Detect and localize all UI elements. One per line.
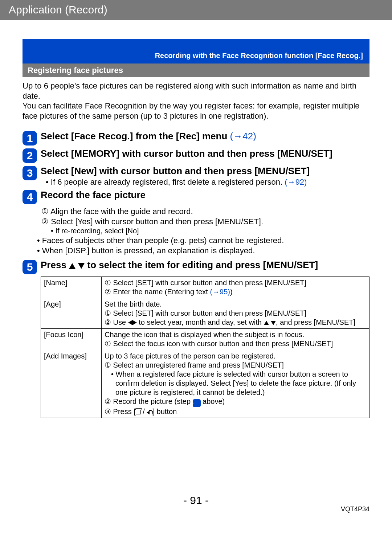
circled-3-icon: ③	[105, 407, 111, 415]
cell-key-focus: [Focus Icon]	[41, 329, 102, 350]
bullet-icon	[37, 236, 42, 245]
focus-l0: Change the icon that is displayed when t…	[105, 330, 366, 339]
step-4-bullet2: When [DISP.] button is pressed, an expla…	[23, 246, 369, 256]
arrow-left-icon	[128, 320, 132, 325]
focus-l1: Select the focus icon with cursor button…	[113, 340, 333, 348]
step-3: 3 Select [New] with cursor button and th…	[23, 165, 369, 187]
document-code: VQT4P34	[341, 505, 369, 513]
step-badge-4: 4	[23, 190, 37, 204]
step-badge-1: 1	[23, 131, 37, 146]
step-4-sub1-text: Align the face with the guide and record…	[50, 207, 193, 216]
circled-2-icon: ②	[105, 318, 111, 326]
addimg-l1: Select an unregistered frame and press […	[113, 361, 284, 369]
addimg-l0: Up to 3 face pictures of the person can …	[105, 352, 366, 361]
addimg-l2a: Record the picture (step	[113, 397, 193, 405]
age-l2c: , and press [MENU/SET]	[276, 318, 355, 326]
step-5-title-b: to select the item for editing and press…	[85, 259, 318, 270]
circled-1-icon: ①	[105, 279, 111, 287]
addimg-l3c: ] button	[152, 407, 177, 415]
step-1-title-text: Select [Face Recog.] from the [Rec] menu	[41, 131, 230, 142]
step-3-note: If 6 people are already registered, firs…	[41, 177, 369, 187]
cell-key-name: [Name]	[41, 277, 102, 298]
step-3-note-text: If 6 people are already registered, firs…	[51, 177, 285, 187]
step-1: 1 Select [Face Recog.] from the [Rec] me…	[23, 130, 369, 146]
topic-banner: Recording with the Face Recognition func…	[23, 39, 369, 64]
xref-92[interactable]: (→92)	[285, 177, 307, 187]
step-4-bullet1: Faces of subjects other than people (e.g…	[23, 236, 369, 246]
bullet-icon	[111, 370, 116, 378]
table-row-name: [Name] ① Select [SET] with cursor button…	[41, 277, 369, 298]
age-l0: Set the birth date.	[105, 300, 366, 309]
edit-items-table: [Name] ① Select [SET] with cursor button…	[41, 277, 369, 418]
step-4-bullet1-text: Faces of subjects other than people (e.g…	[42, 236, 284, 245]
arrow-down-icon	[78, 263, 85, 269]
step-5-title: Press to select the item for editing and…	[41, 259, 369, 271]
inline-step-4-badge: 4	[193, 399, 201, 407]
arrow-right-icon	[132, 320, 137, 325]
bullet-icon	[46, 177, 51, 187]
step-4-sub2-text: Select [Yes] with cursor button and then…	[51, 217, 263, 226]
page-number: - 91 -	[0, 494, 392, 507]
circled-1-icon: ①	[105, 309, 111, 317]
step-4-sub2-note-text: If re-recording, select [No]	[56, 227, 139, 235]
step-2-title: Select [MEMORY] with cursor button and t…	[41, 148, 369, 160]
step-3-title: Select [New] with cursor button and then…	[41, 165, 369, 177]
page-footer: - 91 - VQT4P34	[0, 494, 392, 516]
step-2: 2 Select [MEMORY] with cursor button and…	[23, 148, 369, 163]
step-badge-2: 2	[23, 148, 37, 163]
arrow-up-icon	[69, 263, 75, 269]
step-4-sub2: ② Select [Yes] with cursor button and th…	[23, 217, 369, 227]
section-subheader: Registering face pictures	[23, 64, 369, 77]
step-4-sub2-note: If re-recording, select [No]	[23, 226, 369, 236]
intro-line-1: Up to 6 people's face pictures can be re…	[23, 81, 356, 101]
step-4-sub1: ① Align the face with the guide and reco…	[23, 206, 369, 217]
xref-42[interactable]: (→42)	[230, 131, 256, 142]
table-row-focus: [Focus Icon] Change the icon that is dis…	[41, 329, 369, 350]
circled-2-icon: ②	[41, 217, 49, 226]
circled-1-icon: ①	[105, 361, 111, 369]
bullet-icon	[37, 246, 42, 255]
cell-val-addimg: Up to 3 face pictures of the person can …	[102, 350, 369, 418]
step-4: 4 Record the face picture	[23, 189, 369, 204]
table-row-addimg: [Add Images] Up to 3 face pictures of th…	[41, 350, 369, 418]
arrow-down-icon	[271, 321, 276, 325]
name-l2b: )	[230, 288, 233, 296]
trash-icon	[136, 410, 141, 414]
age-l1: Select [SET] with cursor button and then…	[113, 309, 306, 317]
circled-2-icon: ②	[105, 288, 111, 296]
step-badge-3: 3	[23, 166, 37, 180]
intro-line-2: You can facilitate Face Recognition by t…	[23, 101, 360, 120]
page-body: Recording with the Face Recognition func…	[0, 39, 392, 418]
arrow-up-icon	[264, 321, 269, 325]
addimg-l2b: above)	[201, 397, 225, 405]
step-4-title: Record the face picture	[41, 189, 369, 201]
addimg-l1s: When a registered face picture is select…	[115, 370, 356, 396]
step-1-title: Select [Face Recog.] from the [Rec] menu…	[41, 130, 369, 142]
cell-key-addimg: [Add Images]	[41, 350, 102, 418]
chapter-header: Application (Record)	[0, 0, 392, 20]
cell-val-name: ① Select [SET] with cursor button and th…	[102, 277, 369, 298]
step-badge-5: 5	[23, 260, 37, 274]
circled-1-icon: ①	[105, 340, 111, 348]
name-l2a: Enter the name (Entering text	[113, 288, 210, 296]
xref-95[interactable]: (→95)	[210, 288, 230, 296]
age-l2a: Use	[113, 318, 128, 326]
cell-key-age: [Age]	[41, 298, 102, 329]
age-l2b: to select year, month and day, set with	[137, 318, 264, 326]
step-5: 5 Press to select the item for editing a…	[23, 259, 369, 274]
bullet-icon	[51, 227, 56, 235]
addimg-l3a: Press [	[113, 407, 136, 415]
step-5-title-a: Press	[41, 259, 69, 270]
return-icon	[147, 410, 152, 414]
cell-val-focus: Change the icon that is displayed when t…	[102, 329, 369, 350]
cell-val-age: Set the birth date. ① Select [SET] with …	[102, 298, 369, 329]
intro-text: Up to 6 people's face pictures can be re…	[23, 81, 369, 121]
name-l1: Select [SET] with cursor button and then…	[113, 279, 306, 287]
table-row-age: [Age] Set the birth date. ① Select [SET]…	[41, 298, 369, 329]
circled-1-icon: ①	[41, 207, 49, 216]
step-4-bullet2-text: When [DISP.] button is pressed, an expla…	[42, 246, 255, 255]
circled-2-icon: ②	[105, 397, 111, 405]
